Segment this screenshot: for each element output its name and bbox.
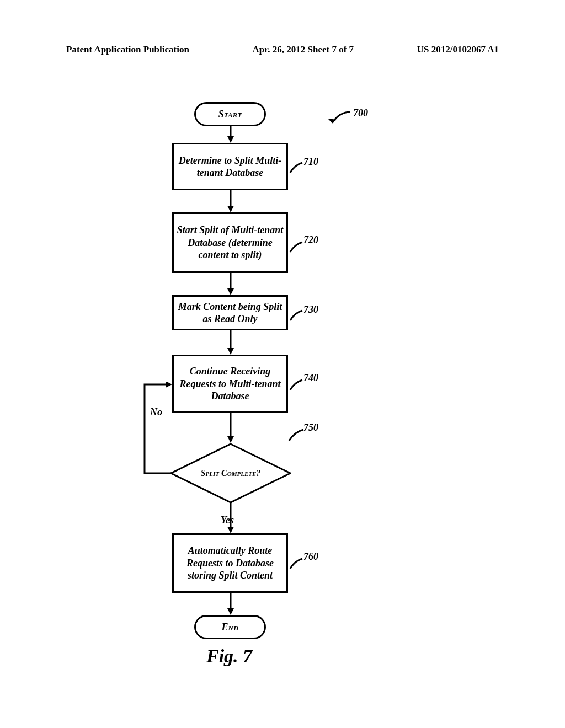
reference-pointer-icon xyxy=(288,241,305,255)
process-text: Continue Receiving Requests to Multi-ten… xyxy=(176,365,284,403)
process-box-710: Determine to Split Multi-tenant Database xyxy=(172,143,288,190)
process-box-760: Automatically Route Requests to Database… xyxy=(172,533,288,593)
reference-label-700: 700 xyxy=(353,108,368,119)
process-text: Start Split of Multi-tenant Database (de… xyxy=(176,224,284,261)
header-center: Apr. 26, 2012 Sheet 7 of 7 xyxy=(253,44,354,55)
svg-marker-4 xyxy=(227,206,234,212)
process-text: Determine to Split Multi-tenant Database xyxy=(176,154,284,179)
reference-label-750: 750 xyxy=(303,422,318,433)
reference-label-720: 720 xyxy=(303,234,318,246)
figure-caption: Fig. 7 xyxy=(206,646,252,667)
reference-pointer-icon xyxy=(288,379,305,393)
svg-marker-12 xyxy=(166,382,172,388)
reference-label-740: 740 xyxy=(303,372,318,384)
process-box-730: Mark Content being Split as Read Only xyxy=(172,295,288,330)
process-text: Automatically Route Requests to Database… xyxy=(176,544,284,582)
edge-no-label: No xyxy=(150,406,162,418)
reference-label-730: 730 xyxy=(303,304,318,315)
arrow-icon xyxy=(227,273,234,295)
svg-marker-2 xyxy=(227,136,234,143)
process-box-720: Start Split of Multi-tenant Database (de… xyxy=(172,212,288,273)
reference-pointer-icon xyxy=(288,558,305,572)
end-label: End xyxy=(222,622,239,633)
start-label: Start xyxy=(218,109,242,120)
svg-marker-14 xyxy=(227,527,234,533)
arrow-icon xyxy=(227,413,234,443)
edge-yes-label: Yes xyxy=(221,515,234,526)
loop-arrow-icon xyxy=(142,382,175,476)
svg-marker-6 xyxy=(227,288,234,295)
svg-marker-10 xyxy=(227,436,234,443)
end-terminator: End xyxy=(194,615,266,639)
arrow-icon xyxy=(227,126,234,143)
reference-pointer-icon xyxy=(288,309,305,324)
arrow-icon xyxy=(227,593,234,615)
svg-marker-16 xyxy=(227,608,234,615)
decision-text: Split Complete? xyxy=(170,443,291,504)
process-box-740: Continue Receiving Requests to Multi-ten… xyxy=(172,355,288,413)
header-right: US 2012/0102067 A1 xyxy=(417,44,499,55)
page-header: Patent Application Publication Apr. 26, … xyxy=(0,44,565,55)
reference-label-760: 760 xyxy=(303,551,318,563)
reference-pointer-icon xyxy=(287,429,306,444)
process-text: Mark Content being Split as Read Only xyxy=(176,301,284,325)
svg-marker-8 xyxy=(227,348,234,355)
flowchart: 700 Start Determine to Split Multi-tenan… xyxy=(0,97,565,648)
reference-pointer-icon xyxy=(326,106,353,129)
arrow-icon xyxy=(227,190,234,212)
start-terminator: Start xyxy=(194,102,266,126)
header-left: Patent Application Publication xyxy=(66,44,189,55)
reference-label-710: 710 xyxy=(303,156,318,168)
decision-box-750: Split Complete? xyxy=(170,443,291,504)
arrow-icon xyxy=(227,330,234,355)
reference-pointer-icon xyxy=(288,162,305,176)
